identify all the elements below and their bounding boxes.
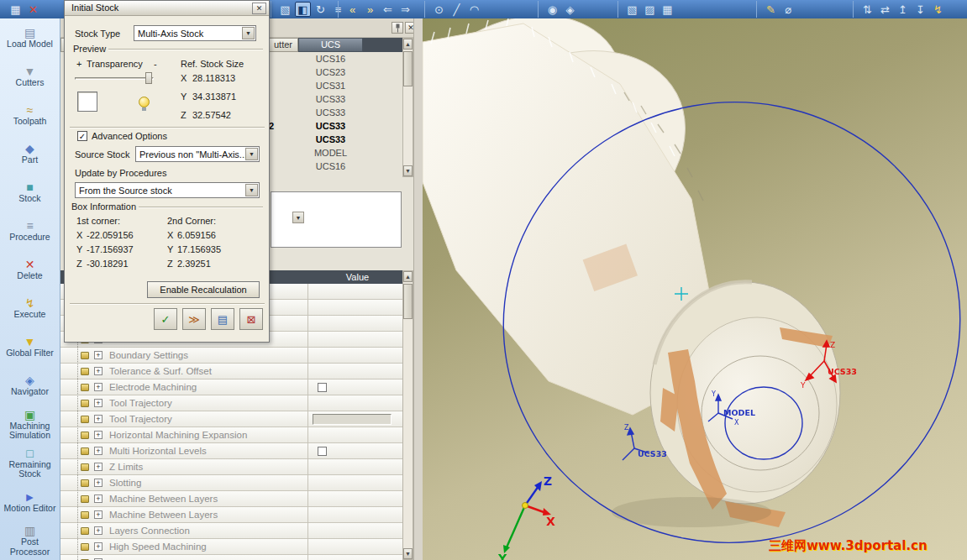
expand-icon[interactable]: + (94, 399, 102, 407)
procedure-row[interactable]: + Horizontal Machining Expansion (60, 427, 402, 443)
table-scrollbar[interactable]: ▲ ▼ (402, 38, 413, 177)
shaded-icon[interactable]: ▨ (642, 2, 658, 17)
view-iso-icon[interactable]: ◈ (562, 2, 578, 17)
dialog-titlebar[interactable]: Initial Stock ✕ (65, 1, 269, 16)
initial-stock-icon[interactable]: ◧ (295, 2, 311, 17)
expand-icon[interactable]: + (94, 447, 102, 455)
go-first-icon[interactable]: ⇐ (380, 2, 396, 17)
scroll-down-icon[interactable]: ▼ (403, 165, 413, 176)
sidebar-item-motion-editor[interactable]: ► Motion Editor (0, 483, 60, 521)
worksheet-icon[interactable]: ▦ (8, 2, 24, 17)
procedure-row[interactable]: + Tolerance & Surf. Offset (60, 364, 402, 379)
filter-dropdown-icon[interactable]: ▼ (292, 212, 304, 223)
cancel-button[interactable]: ⊠ (239, 308, 263, 330)
apply-next-button[interactable]: ≫ (182, 308, 206, 330)
procedure-row[interactable]: + Machine Between Layers (60, 491, 402, 507)
export-button[interactable]: ▤ (211, 308, 234, 330)
tree-scrollbar[interactable]: ▲ ▼ (402, 270, 413, 560)
wireframe-icon[interactable]: ▧ (624, 2, 640, 17)
hidden-line-icon[interactable]: ▦ (660, 2, 675, 17)
dropdown-arrow-icon[interactable]: ▼ (245, 184, 258, 196)
axis-down-icon[interactable]: ↧ (912, 2, 928, 17)
pin-icon[interactable] (392, 22, 403, 34)
transparency-slider[interactable] (75, 71, 154, 85)
move-axis-icon[interactable]: ⇅ (859, 2, 875, 17)
update-mode-select[interactable]: From the Source stock ▼ (75, 182, 260, 198)
scroll-down-icon[interactable]: ▼ (403, 548, 413, 559)
light-bulb-icon[interactable] (139, 97, 150, 107)
expand-icon[interactable]: + (94, 510, 102, 519)
procedure-row[interactable]: + Machine Between Layers (60, 507, 402, 523)
procedure-row[interactable]: + Layers Connection (60, 523, 402, 539)
sidebar-item-machining-simulation[interactable]: ▣ Machining Simulation (0, 406, 60, 444)
sidebar-item-stock[interactable]: ■ Stock (0, 173, 60, 212)
dialog-close-icon[interactable]: ✕ (252, 3, 266, 14)
procedure-row[interactable]: + Z Limits (60, 459, 402, 475)
procedure-row[interactable]: + Boundary Settings (60, 348, 402, 364)
measure-icon[interactable]: ⌀ (780, 2, 796, 17)
advanced-options-checkbox[interactable]: ✓ (77, 131, 87, 141)
pick-line-icon[interactable]: ╱ (449, 2, 465, 17)
view-front-icon[interactable]: ◉ (544, 2, 560, 17)
procedure-checkbox[interactable] (318, 447, 327, 456)
swap-axis-icon[interactable]: ⇄ (877, 2, 893, 17)
source-stock-select[interactable]: Previous non "Multi-Axis... ▼ (135, 146, 260, 162)
procedure-row[interactable]: + Electrode Machining (60, 379, 402, 395)
expand-icon[interactable]: + (94, 463, 102, 471)
stock-color-swatch[interactable] (77, 92, 97, 112)
sidebar-item-remaining-stock[interactable]: □ Remaining Stock (0, 444, 60, 483)
sketch-icon[interactable]: ✎ (763, 2, 779, 17)
column-header-ucs[interactable]: UCS (298, 38, 363, 52)
pick-arc-icon[interactable]: ◠ (466, 2, 482, 17)
dropdown-arrow-icon[interactable]: ▼ (245, 148, 258, 160)
procedure-value-field[interactable] (313, 414, 392, 425)
sidebar-item-procedure[interactable]: ≡ Procedure (0, 212, 60, 250)
sidebar-item-execute[interactable]: ↯ Execute (0, 290, 60, 328)
stock-update-icon[interactable]: ↻ (313, 2, 328, 17)
sidebar-item-global-filter[interactable]: ▼ Global Filter (0, 328, 60, 367)
expand-icon[interactable]: + (94, 431, 102, 439)
expand-icon[interactable]: + (94, 415, 102, 423)
expand-icon[interactable]: + (94, 479, 102, 487)
scroll-up-icon[interactable]: ▲ (403, 271, 413, 282)
sidebar-item-toolpath[interactable]: ≈ Toolpath (0, 96, 60, 134)
expand-icon[interactable]: + (94, 542, 102, 551)
expand-icon[interactable]: + (94, 351, 102, 359)
dropdown-arrow-icon[interactable]: ▼ (242, 27, 255, 39)
sidebar-item-load-model[interactable]: ▤ Load Model (0, 18, 60, 57)
scroll-thumb[interactable] (403, 284, 413, 319)
scroll-up-icon[interactable]: ▲ (403, 39, 413, 50)
sidebar-item-navigator[interactable]: ◈ Navigator (0, 367, 60, 406)
viewport-3d[interactable]: Z Y UCS33 Y X MODEL Z UCS33 (423, 18, 967, 560)
procedure-row[interactable]: + Slotting (60, 475, 402, 491)
sidebar-item-delete[interactable]: ✕ Delete (0, 250, 60, 289)
expand-icon[interactable]: + (94, 526, 102, 535)
procedure-row[interactable]: + (60, 555, 402, 560)
copy-forward-icon[interactable]: » (362, 2, 378, 17)
pick-point-icon[interactable]: ⊙ (431, 2, 447, 17)
sidebar-item-part[interactable]: ◆ Part (0, 134, 60, 173)
axis-up-icon[interactable]: ↥ (895, 2, 911, 17)
procedure-row[interactable]: + High Speed Machining (60, 539, 402, 555)
procedure-row[interactable]: + Multi Horizontal Levels (60, 443, 402, 459)
procedure-row[interactable]: + Tool Trajectory (60, 395, 402, 411)
panel-splitter[interactable] (413, 18, 423, 560)
enable-recalculation-button[interactable]: Enable Recalculation (147, 281, 260, 298)
delete-icon[interactable]: ✕ (25, 2, 41, 17)
expand-icon[interactable]: + (94, 495, 102, 503)
scroll-thumb[interactable] (403, 51, 413, 86)
ok-button[interactable]: ✓ (154, 308, 177, 330)
procedure-checkbox[interactable] (318, 383, 327, 392)
procedure-row[interactable]: + Tool Trajectory (60, 411, 402, 427)
sidebar-item-cutters[interactable]: ▼ Cutters (0, 57, 60, 96)
stock-type-select[interactable]: Multi-Axis Stock ▼ (134, 25, 256, 41)
second-corner-label: 2nd Corner: (167, 216, 216, 226)
slider-thumb[interactable] (145, 72, 152, 84)
dynamic-ucs-icon[interactable]: ↯ (930, 2, 946, 17)
expand-icon[interactable]: + (94, 367, 102, 375)
expand-icon[interactable]: + (94, 383, 102, 391)
copy-back-icon[interactable]: « (344, 2, 360, 17)
sidebar-item-post-processor[interactable]: ▥ Post Processor (0, 521, 60, 560)
go-last-icon[interactable]: ⇒ (397, 2, 413, 17)
stock-tree-icon[interactable]: ▧ (277, 2, 293, 17)
